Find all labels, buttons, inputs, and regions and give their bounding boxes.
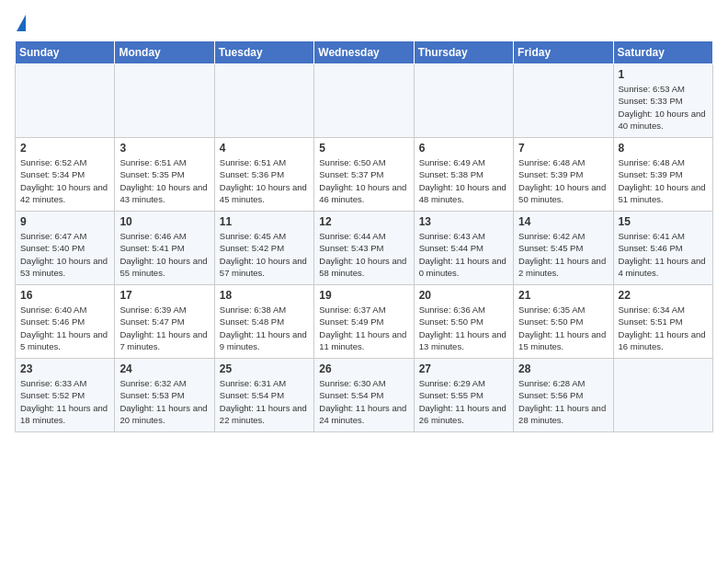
day-info: Sunrise: 6:48 AM Sunset: 5:39 PM Dayligh…	[619, 156, 708, 205]
weekday-header-saturday: Saturday	[613, 41, 712, 64]
day-info: Sunrise: 6:33 AM Sunset: 5:52 PM Dayligh…	[20, 377, 109, 426]
day-number: 7	[518, 142, 608, 155]
day-number: 22	[619, 289, 708, 302]
calendar-cell: 12Sunrise: 6:44 AM Sunset: 5:43 PM Dayli…	[314, 212, 414, 285]
day-number: 5	[319, 142, 408, 155]
calendar-cell: 4Sunrise: 6:51 AM Sunset: 5:36 PM Daylig…	[214, 138, 313, 212]
calendar-cell	[514, 64, 613, 138]
calendar-cell: 25Sunrise: 6:31 AM Sunset: 5:54 PM Dayli…	[214, 359, 313, 432]
day-number: 21	[518, 289, 608, 302]
day-info: Sunrise: 6:28 AM Sunset: 5:56 PM Dayligh…	[518, 377, 608, 426]
day-info: Sunrise: 6:49 AM Sunset: 5:38 PM Dayligh…	[419, 156, 508, 205]
calendar-cell: 16Sunrise: 6:40 AM Sunset: 5:46 PM Dayli…	[16, 285, 115, 359]
day-number: 14	[518, 215, 608, 228]
day-number: 8	[619, 142, 708, 155]
day-info: Sunrise: 6:42 AM Sunset: 5:45 PM Dayligh…	[518, 230, 608, 279]
day-number: 1	[619, 68, 708, 81]
calendar-cell: 21Sunrise: 6:35 AM Sunset: 5:50 PM Dayli…	[514, 285, 613, 359]
calendar-cell: 6Sunrise: 6:49 AM Sunset: 5:38 PM Daylig…	[414, 138, 513, 212]
calendar-cell: 17Sunrise: 6:39 AM Sunset: 5:47 PM Dayli…	[115, 285, 214, 359]
day-number: 16	[20, 289, 109, 302]
weekday-header-wednesday: Wednesday	[314, 41, 414, 64]
day-info: Sunrise: 6:50 AM Sunset: 5:37 PM Dayligh…	[319, 156, 408, 205]
day-info: Sunrise: 6:53 AM Sunset: 5:33 PM Dayligh…	[619, 83, 708, 132]
calendar-cell: 26Sunrise: 6:30 AM Sunset: 5:54 PM Dayli…	[314, 359, 414, 432]
day-info: Sunrise: 6:47 AM Sunset: 5:40 PM Dayligh…	[20, 230, 109, 279]
calendar-cell: 15Sunrise: 6:41 AM Sunset: 5:46 PM Dayli…	[613, 212, 712, 285]
day-info: Sunrise: 6:46 AM Sunset: 5:41 PM Dayligh…	[119, 230, 209, 279]
week-row-5: 23Sunrise: 6:33 AM Sunset: 5:52 PM Dayli…	[16, 359, 713, 432]
day-number: 23	[20, 362, 109, 375]
calendar-cell: 19Sunrise: 6:37 AM Sunset: 5:49 PM Dayli…	[314, 285, 414, 359]
day-info: Sunrise: 6:29 AM Sunset: 5:55 PM Dayligh…	[419, 377, 508, 426]
day-number: 27	[419, 362, 508, 375]
day-number: 24	[119, 362, 209, 375]
day-number: 15	[619, 215, 708, 228]
weekday-header-friday: Friday	[514, 41, 613, 64]
day-info: Sunrise: 6:39 AM Sunset: 5:47 PM Dayligh…	[119, 304, 209, 352]
calendar-table: SundayMondayTuesdayWednesdayThursdayFrid…	[15, 40, 713, 432]
day-number: 3	[119, 142, 209, 155]
day-number: 12	[319, 215, 408, 228]
day-number: 28	[518, 362, 608, 375]
day-number: 10	[119, 215, 209, 228]
calendar-cell: 24Sunrise: 6:32 AM Sunset: 5:53 PM Dayli…	[115, 359, 214, 432]
weekday-header-row: SundayMondayTuesdayWednesdayThursdayFrid…	[16, 41, 713, 64]
day-info: Sunrise: 6:34 AM Sunset: 5:51 PM Dayligh…	[619, 304, 708, 352]
day-number: 25	[220, 362, 309, 375]
calendar-cell: 9Sunrise: 6:47 AM Sunset: 5:40 PM Daylig…	[16, 212, 115, 285]
day-number: 9	[20, 215, 109, 228]
calendar-cell: 28Sunrise: 6:28 AM Sunset: 5:56 PM Dayli…	[514, 359, 613, 432]
calendar-cell	[613, 359, 712, 432]
day-info: Sunrise: 6:36 AM Sunset: 5:50 PM Dayligh…	[419, 304, 508, 352]
page-header	[15, 15, 713, 29]
logo-triangle-icon	[17, 15, 26, 31]
calendar-cell: 1Sunrise: 6:53 AM Sunset: 5:33 PM Daylig…	[613, 64, 712, 138]
calendar-cell: 3Sunrise: 6:51 AM Sunset: 5:35 PM Daylig…	[115, 138, 214, 212]
calendar-cell	[414, 64, 513, 138]
day-info: Sunrise: 6:51 AM Sunset: 5:36 PM Dayligh…	[220, 156, 309, 205]
day-info: Sunrise: 6:48 AM Sunset: 5:39 PM Dayligh…	[518, 156, 608, 205]
day-number: 11	[220, 215, 309, 228]
day-info: Sunrise: 6:35 AM Sunset: 5:50 PM Dayligh…	[518, 304, 608, 352]
calendar-cell: 23Sunrise: 6:33 AM Sunset: 5:52 PM Dayli…	[16, 359, 115, 432]
calendar-cell: 10Sunrise: 6:46 AM Sunset: 5:41 PM Dayli…	[115, 212, 214, 285]
week-row-1: 1Sunrise: 6:53 AM Sunset: 5:33 PM Daylig…	[16, 64, 713, 138]
calendar-cell: 13Sunrise: 6:43 AM Sunset: 5:44 PM Dayli…	[414, 212, 513, 285]
calendar-cell	[16, 64, 115, 138]
day-number: 6	[419, 142, 508, 155]
calendar-cell: 2Sunrise: 6:52 AM Sunset: 5:34 PM Daylig…	[16, 138, 115, 212]
day-number: 2	[20, 142, 109, 155]
calendar-cell: 11Sunrise: 6:45 AM Sunset: 5:42 PM Dayli…	[214, 212, 313, 285]
day-number: 20	[419, 289, 508, 302]
week-row-4: 16Sunrise: 6:40 AM Sunset: 5:46 PM Dayli…	[16, 285, 713, 359]
day-number: 19	[319, 289, 408, 302]
day-info: Sunrise: 6:41 AM Sunset: 5:46 PM Dayligh…	[619, 230, 708, 279]
day-number: 17	[119, 289, 209, 302]
calendar-cell: 18Sunrise: 6:38 AM Sunset: 5:48 PM Dayli…	[214, 285, 313, 359]
week-row-2: 2Sunrise: 6:52 AM Sunset: 5:34 PM Daylig…	[16, 138, 713, 212]
weekday-header-sunday: Sunday	[16, 41, 115, 64]
day-info: Sunrise: 6:38 AM Sunset: 5:48 PM Dayligh…	[220, 304, 309, 352]
day-info: Sunrise: 6:40 AM Sunset: 5:46 PM Dayligh…	[20, 304, 109, 352]
day-number: 4	[220, 142, 309, 155]
calendar-cell: 14Sunrise: 6:42 AM Sunset: 5:45 PM Dayli…	[514, 212, 613, 285]
calendar-cell	[314, 64, 414, 138]
day-number: 18	[220, 289, 309, 302]
week-row-3: 9Sunrise: 6:47 AM Sunset: 5:40 PM Daylig…	[16, 212, 713, 285]
calendar-cell: 22Sunrise: 6:34 AM Sunset: 5:51 PM Dayli…	[613, 285, 712, 359]
day-info: Sunrise: 6:44 AM Sunset: 5:43 PM Dayligh…	[319, 230, 408, 279]
calendar-cell	[214, 64, 313, 138]
calendar-cell: 5Sunrise: 6:50 AM Sunset: 5:37 PM Daylig…	[314, 138, 414, 212]
day-info: Sunrise: 6:51 AM Sunset: 5:35 PM Dayligh…	[119, 156, 209, 205]
day-info: Sunrise: 6:31 AM Sunset: 5:54 PM Dayligh…	[220, 377, 309, 426]
calendar-cell: 8Sunrise: 6:48 AM Sunset: 5:39 PM Daylig…	[613, 138, 712, 212]
day-info: Sunrise: 6:32 AM Sunset: 5:53 PM Dayligh…	[119, 377, 209, 426]
weekday-header-monday: Monday	[115, 41, 214, 64]
day-info: Sunrise: 6:45 AM Sunset: 5:42 PM Dayligh…	[220, 230, 309, 279]
weekday-header-tuesday: Tuesday	[214, 41, 313, 64]
day-number: 26	[319, 362, 408, 375]
calendar-cell: 20Sunrise: 6:36 AM Sunset: 5:50 PM Dayli…	[414, 285, 513, 359]
calendar-cell: 27Sunrise: 6:29 AM Sunset: 5:55 PM Dayli…	[414, 359, 513, 432]
day-info: Sunrise: 6:30 AM Sunset: 5:54 PM Dayligh…	[319, 377, 408, 426]
